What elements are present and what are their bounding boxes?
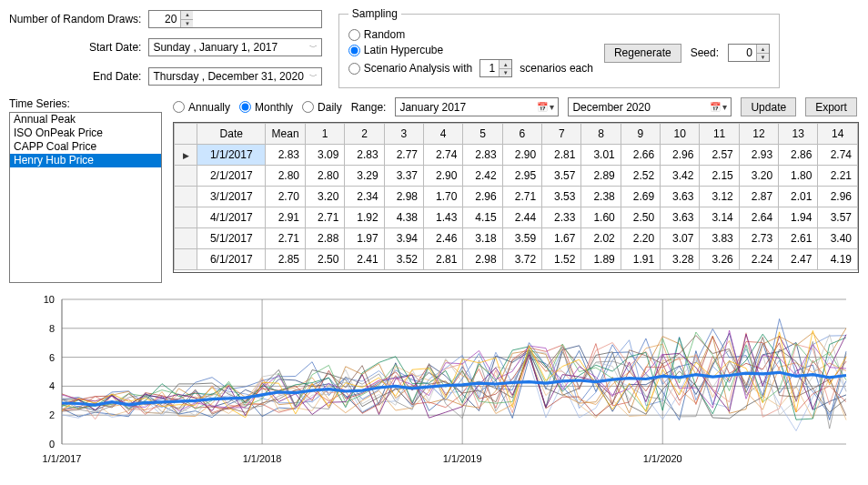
cell-value[interactable]: 4.15: [463, 207, 502, 228]
cell-value[interactable]: 2.71: [502, 187, 541, 207]
sampling-random-radio[interactable]: Random: [348, 28, 405, 41]
seed-input[interactable]: [729, 46, 756, 59]
cell-value[interactable]: 1.52: [542, 249, 581, 270]
cell-value[interactable]: 2.87: [739, 187, 778, 207]
cell-mean[interactable]: 2.85: [266, 249, 306, 270]
column-header[interactable]: 11: [700, 124, 739, 145]
cell-value[interactable]: 3.20: [306, 187, 345, 207]
cell-value[interactable]: 3.42: [661, 166, 700, 187]
time-series-item[interactable]: Annual Peak: [10, 113, 161, 126]
cell-value[interactable]: 4.38: [384, 207, 423, 228]
cell-value[interactable]: 2.33: [542, 207, 581, 228]
cell-value[interactable]: 2.61: [779, 228, 818, 249]
cell-value[interactable]: 2.24: [739, 249, 778, 270]
cell-value[interactable]: 2.88: [306, 228, 345, 249]
cell-value[interactable]: 2.52: [621, 166, 660, 187]
cell-value[interactable]: 3.83: [700, 228, 739, 249]
cell-value[interactable]: 3.40: [818, 228, 858, 249]
cell-value[interactable]: 2.96: [818, 187, 858, 207]
spin-down-icon[interactable]: ▼: [756, 53, 769, 61]
cell-value[interactable]: 3.09: [306, 145, 345, 166]
cell-value[interactable]: 2.57: [700, 145, 739, 166]
data-grid[interactable]: DateMean12345678910111213141/1/20172.833…: [173, 122, 859, 273]
regenerate-button[interactable]: Regenerate: [604, 44, 681, 63]
cell-value[interactable]: 2.74: [424, 145, 463, 166]
draws-spinner[interactable]: ▲▼: [148, 10, 321, 28]
cell-value[interactable]: 3.26: [700, 249, 739, 270]
column-header[interactable]: 14: [818, 124, 858, 145]
cell-value[interactable]: 1.92: [345, 207, 384, 228]
cell-value[interactable]: 2.81: [424, 249, 463, 270]
cell-value[interactable]: 3.72: [502, 249, 541, 270]
cell-mean[interactable]: 2.70: [266, 187, 306, 207]
cell-mean[interactable]: 2.91: [266, 207, 306, 228]
sampling-latin-radio[interactable]: Latin Hypercube: [348, 44, 443, 56]
cell-value[interactable]: 2.73: [739, 228, 778, 249]
cell-value[interactable]: 2.81: [542, 145, 581, 166]
cell-value[interactable]: 2.34: [345, 187, 384, 207]
cell-value[interactable]: 1.80: [779, 166, 818, 187]
cell-value[interactable]: 2.90: [424, 166, 463, 187]
cell-value[interactable]: 3.57: [818, 207, 858, 228]
cell-mean[interactable]: 2.83: [266, 145, 306, 166]
cell-value[interactable]: 3.53: [542, 187, 581, 207]
column-header[interactable]: 10: [661, 124, 700, 145]
range-from-combo[interactable]: January 2017 📅▾: [395, 97, 559, 116]
start-date-combo[interactable]: Sunday , January 1, 2017 ﹀: [148, 38, 321, 56]
cell-value[interactable]: 3.01: [581, 145, 621, 166]
time-series-list[interactable]: Annual PeakISO OnPeak PriceCAPP Coal Pri…: [9, 112, 162, 283]
cell-value[interactable]: 2.95: [502, 166, 541, 187]
cell-date[interactable]: 1/1/2017: [197, 145, 266, 166]
cell-value[interactable]: 2.71: [306, 207, 345, 228]
cell-value[interactable]: 1.97: [345, 228, 384, 249]
cell-value[interactable]: 2.83: [345, 145, 384, 166]
time-series-item[interactable]: CAPP Coal Price: [10, 140, 161, 154]
freq-monthly-radio[interactable]: Monthly: [239, 101, 293, 114]
cell-date[interactable]: 6/1/2017: [197, 249, 266, 270]
column-header[interactable]: 1: [306, 124, 345, 145]
cell-value[interactable]: 1.60: [581, 207, 621, 228]
export-button[interactable]: Export: [805, 97, 857, 116]
scenario-count-input[interactable]: [480, 62, 499, 75]
column-header[interactable]: 2: [345, 124, 384, 145]
draws-input[interactable]: [149, 13, 180, 25]
cell-value[interactable]: 2.21: [818, 166, 858, 187]
column-header[interactable]: 7: [542, 124, 581, 145]
cell-value[interactable]: 3.94: [384, 228, 423, 249]
draws-down-icon[interactable]: ▼: [180, 19, 193, 27]
cell-value[interactable]: 2.64: [739, 207, 778, 228]
cell-value[interactable]: 4.19: [818, 249, 858, 270]
cell-value[interactable]: 2.90: [502, 145, 541, 166]
spin-down-icon[interactable]: ▼: [499, 68, 511, 76]
draws-up-icon[interactable]: ▲: [180, 11, 193, 19]
cell-value[interactable]: 2.96: [463, 187, 502, 207]
cell-value[interactable]: 2.98: [463, 249, 502, 270]
cell-value[interactable]: 3.52: [384, 249, 423, 270]
cell-value[interactable]: 2.89: [581, 166, 621, 187]
cell-value[interactable]: 2.86: [779, 145, 818, 166]
cell-value[interactable]: 2.47: [779, 249, 818, 270]
column-header[interactable]: Date: [197, 124, 266, 145]
cell-value[interactable]: 2.20: [621, 228, 660, 249]
cell-value[interactable]: 3.57: [542, 166, 581, 187]
cell-value[interactable]: 1.91: [621, 249, 660, 270]
row-header[interactable]: [175, 228, 197, 249]
row-header[interactable]: [175, 207, 197, 228]
cell-date[interactable]: 2/1/2017: [197, 166, 266, 187]
cell-value[interactable]: 2.50: [621, 207, 660, 228]
row-header[interactable]: [175, 187, 197, 207]
column-header[interactable]: Mean: [266, 124, 306, 145]
cell-value[interactable]: 2.80: [306, 166, 345, 187]
cell-value[interactable]: 3.29: [345, 166, 384, 187]
seed-spinner[interactable]: ▲▼: [728, 44, 770, 62]
column-header[interactable]: 8: [581, 124, 621, 145]
column-header[interactable]: 6: [502, 124, 541, 145]
cell-date[interactable]: 3/1/2017: [197, 187, 266, 207]
column-header[interactable]: 3: [384, 124, 423, 145]
cell-value[interactable]: 2.42: [463, 166, 502, 187]
scenario-count-spinner[interactable]: ▲▼: [479, 59, 512, 77]
cell-value[interactable]: 2.98: [384, 187, 423, 207]
column-header[interactable]: 13: [779, 124, 818, 145]
range-to-combo[interactable]: December 2020 📅▾: [568, 97, 732, 116]
cell-value[interactable]: 3.63: [661, 207, 700, 228]
